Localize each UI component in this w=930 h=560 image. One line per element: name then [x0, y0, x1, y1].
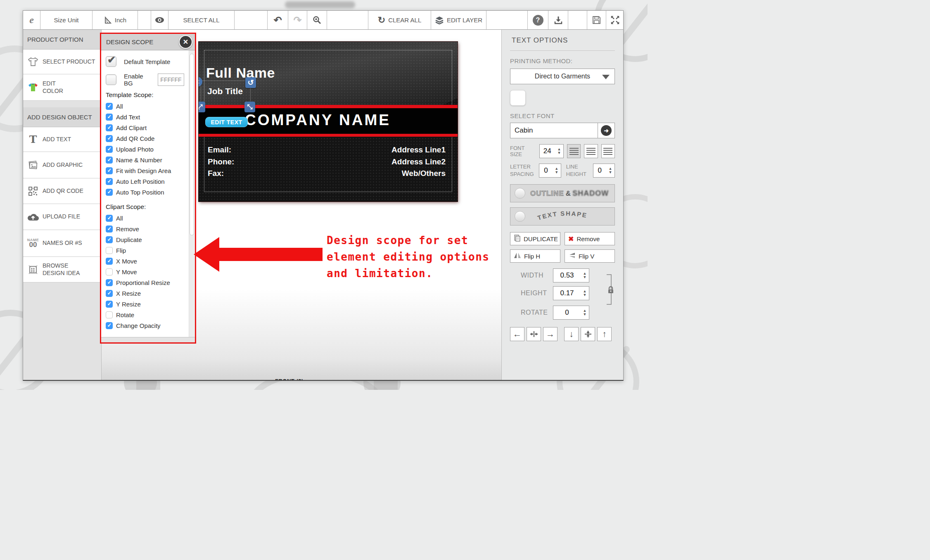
- redo-button[interactable]: ↷: [288, 11, 307, 29]
- bg-color-input[interactable]: [158, 74, 184, 86]
- stepper-down-icon[interactable]: ▼: [581, 275, 589, 279]
- clear-all-button[interactable]: ↻ CLEAR ALL: [368, 11, 431, 29]
- checkbox[interactable]: [106, 215, 113, 222]
- move-up-button[interactable]: ↑: [597, 327, 612, 341]
- scope-option[interactable]: All: [106, 101, 184, 112]
- checkbox[interactable]: [106, 311, 113, 318]
- line-height-stepper[interactable]: 0 ▲▼: [593, 164, 615, 178]
- remove-button[interactable]: ✖ Remove: [565, 232, 615, 245]
- resize-handle-se[interactable]: ⤡: [244, 102, 255, 112]
- sidebar-item-add-text[interactable]: T ADD TEXT: [23, 127, 101, 152]
- center-vertical-button[interactable]: [581, 327, 595, 341]
- save-button[interactable]: [587, 11, 606, 29]
- stepper-down-icon[interactable]: ▼: [581, 313, 589, 316]
- font-size-stepper[interactable]: 24 ▲▼: [539, 144, 564, 158]
- scrollbar[interactable]: [189, 50, 195, 337]
- checkbox[interactable]: [106, 167, 113, 174]
- printing-method-select[interactable]: Direct to Garments: [510, 69, 615, 84]
- sidebar-item-names-or-numbers[interactable]: NAME00 NAMES OR #S: [23, 230, 101, 257]
- scope-option[interactable]: Proportional Resize: [106, 277, 184, 288]
- stepper-down-icon[interactable]: ▼: [581, 293, 589, 297]
- outline-shadow-button[interactable]: OUTLINE & SHADOW: [510, 184, 615, 202]
- text-shape-button[interactable]: TEXT SHAPE: [510, 207, 615, 225]
- sidebar-item-browse-design-idea[interactable]: BROWSE DESIGN IDEA: [23, 257, 101, 282]
- scope-option[interactable]: X Move: [106, 256, 184, 266]
- duplicate-button[interactable]: DUPLICATE: [510, 232, 560, 245]
- checkbox[interactable]: [106, 178, 113, 185]
- scope-option[interactable]: Fit with Design Area: [106, 165, 184, 176]
- checkbox[interactable]: [106, 301, 113, 308]
- scope-option[interactable]: Add Text: [106, 112, 184, 122]
- lock-icon[interactable]: [607, 286, 614, 294]
- stepper-down-icon[interactable]: ▼: [553, 171, 561, 174]
- checkbox[interactable]: [106, 124, 113, 131]
- checkbox[interactable]: [106, 74, 116, 85]
- scope-option[interactable]: Add QR Code: [106, 133, 184, 144]
- scope-option[interactable]: Rotate: [106, 309, 184, 320]
- scope-option[interactable]: Remove: [106, 223, 184, 234]
- checkbox[interactable]: [106, 247, 113, 254]
- align-right-button[interactable]: [601, 144, 615, 158]
- scope-option[interactable]: Add Clipart: [106, 122, 184, 133]
- visibility-button[interactable]: [151, 11, 168, 29]
- text-color-swatch[interactable]: [510, 90, 526, 106]
- fullscreen-button[interactable]: [606, 11, 624, 29]
- undo-button[interactable]: ↶: [268, 11, 288, 29]
- height-stepper[interactable]: 0.17 ▲▼: [553, 286, 589, 300]
- stepper-down-icon[interactable]: ▼: [606, 171, 614, 174]
- help-button[interactable]: ?: [528, 11, 548, 29]
- scope-option[interactable]: Y Resize: [106, 299, 184, 309]
- scope-option[interactable]: Y Move: [106, 266, 184, 277]
- download-button[interactable]: [548, 11, 568, 29]
- checkbox[interactable]: [106, 189, 113, 196]
- checkbox[interactable]: [106, 258, 113, 265]
- rotate-handle[interactable]: ↺: [245, 77, 256, 88]
- scope-option[interactable]: X Resize: [106, 288, 184, 299]
- flip-h-button[interactable]: Flip H: [510, 249, 560, 263]
- card-company-name[interactable]: COMPANY NAME: [245, 112, 391, 129]
- close-button[interactable]: ✕: [179, 35, 192, 49]
- unit-select[interactable]: Inch: [93, 11, 138, 29]
- card-contact-right[interactable]: Address Line1 Address Line2 Web/Others: [391, 144, 446, 180]
- width-stepper[interactable]: 0.53 ▲▼: [553, 268, 589, 282]
- enable-bg-row[interactable]: Enable BG: [106, 72, 184, 88]
- font-browse-button[interactable]: ➜: [598, 123, 615, 138]
- scope-option[interactable]: Name & Number: [106, 154, 184, 165]
- sidebar-item-select-product[interactable]: SELECT PRODUCT: [23, 50, 101, 74]
- checkbox[interactable]: [106, 103, 113, 110]
- scope-option[interactable]: Upload Photo: [106, 144, 184, 154]
- checkbox[interactable]: [106, 146, 113, 153]
- default-template-row[interactable]: Default Template: [106, 54, 184, 69]
- center-horizontal-button[interactable]: [527, 327, 541, 341]
- edit-layer-button[interactable]: EDIT LAYER: [431, 11, 486, 29]
- checkbox[interactable]: [106, 135, 113, 142]
- checkbox[interactable]: [106, 279, 113, 286]
- scope-option[interactable]: Duplicate: [106, 234, 184, 245]
- edit-text-button[interactable]: EDIT TEXT: [205, 117, 248, 127]
- scope-option[interactable]: Change Opacity: [106, 320, 184, 331]
- scope-option[interactable]: All: [106, 213, 184, 223]
- move-right-button[interactable]: →: [543, 327, 558, 341]
- checkbox[interactable]: [106, 157, 113, 164]
- checkbox[interactable]: [106, 290, 113, 297]
- font-input[interactable]: Cabin: [510, 123, 598, 138]
- resize-handle-sw[interactable]: ⤢: [199, 102, 205, 112]
- checkbox[interactable]: [106, 236, 113, 243]
- move-left-button[interactable]: ←: [510, 327, 524, 341]
- checkbox[interactable]: [106, 114, 113, 121]
- zoom-in-button[interactable]: [307, 11, 327, 29]
- card-full-name[interactable]: Full Name: [206, 65, 275, 81]
- sidebar-item-edit-color[interactable]: EDIT COLOR: [23, 74, 101, 101]
- checkbox[interactable]: [106, 268, 113, 275]
- brand-button[interactable]: e: [23, 11, 40, 29]
- checkbox[interactable]: [106, 56, 116, 67]
- stepper-down-icon[interactable]: ▼: [555, 151, 563, 155]
- sidebar-item-add-qr-code[interactable]: ADD QR CODE: [23, 178, 101, 204]
- align-left-button[interactable]: [567, 144, 581, 158]
- checkbox[interactable]: [106, 225, 113, 233]
- sidebar-item-upload-file[interactable]: UPLOAD FILE: [23, 204, 101, 230]
- align-center-button[interactable]: [584, 144, 598, 158]
- scrollbar-thumb[interactable]: [190, 54, 194, 235]
- scope-option[interactable]: Flip: [106, 245, 184, 256]
- move-down-button[interactable]: ↓: [564, 327, 579, 341]
